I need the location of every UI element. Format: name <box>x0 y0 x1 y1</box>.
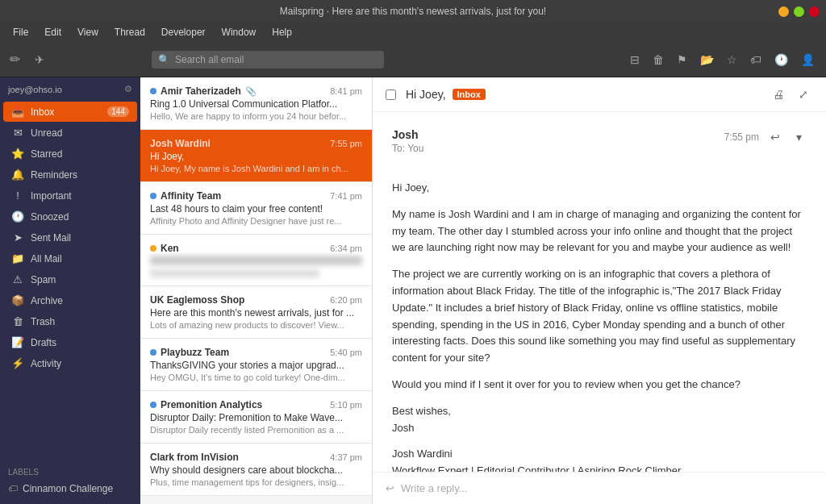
search-bar[interactable]: 🔍 <box>152 51 384 69</box>
move-toolbar-button[interactable]: 📂 <box>695 50 719 69</box>
menu-file[interactable]: File <box>6 25 35 40</box>
sidebar-item-sent[interactable]: ➤ Sent Mail <box>3 227 137 248</box>
body-line-5: Best wishes,Josh <box>392 403 807 437</box>
menu-help[interactable]: Help <box>265 25 298 40</box>
email-item[interactable]: Ken 6:34 pm <box>140 235 372 286</box>
menu-bar: File Edit View Thread Developer Window H… <box>0 23 826 42</box>
sidebar-label-unread: Unread <box>31 127 62 139</box>
email-item[interactable]: Amir Taherizadeh 📎 8:41 pm Ring 1.0 Univ… <box>140 77 372 130</box>
email-select-checkbox[interactable] <box>386 90 396 100</box>
spam-icon: ⚠ <box>11 273 24 285</box>
reply-button[interactable]: ↩ <box>766 128 785 146</box>
maximize-button[interactable] <box>794 6 804 17</box>
menu-view[interactable]: View <box>71 25 105 40</box>
email-time: 7:41 pm <box>330 191 362 201</box>
activity-icon: ⚡ <box>11 357 24 369</box>
inbox-icon: 📥 <box>11 106 24 118</box>
email-time: 4:37 pm <box>330 452 362 462</box>
sidebar-label-spam: Spam <box>31 274 56 285</box>
search-icon: 🔍 <box>158 54 170 65</box>
sidebar-label-snoozed: Snoozed <box>31 211 69 223</box>
sidebar-label-all-mail: All Mail <box>31 253 62 264</box>
body-line-1: Hi Joey, <box>392 180 807 197</box>
sidebar-label-activity: Activity <box>31 358 61 369</box>
print-button[interactable]: 🖨 <box>768 85 789 103</box>
account-toolbar-button[interactable]: 👤 <box>796 50 820 69</box>
sidebar-item-trash[interactable]: 🗑 Trash <box>3 311 137 331</box>
email-item[interactable]: UK Eaglemoss Shop 6:20 pm Here are this … <box>140 286 372 339</box>
minimize-button[interactable] <box>778 6 789 17</box>
email-sender: Ken <box>150 243 179 254</box>
trash-toolbar-button[interactable]: 🗑 <box>648 50 669 69</box>
sidebar-item-all-mail[interactable]: 📁 All Mail <box>3 248 137 269</box>
toolbar-right: ⊟ 🗑 ⚑ 📂 ☆ 🏷 🕐 👤 <box>625 50 820 69</box>
reminders-icon: 🔔 <box>11 169 24 181</box>
sidebar-item-inbox[interactable]: 📥 Inbox 144 <box>3 102 137 122</box>
search-input[interactable] <box>175 54 378 65</box>
archive-icon: 📦 <box>11 294 24 306</box>
email-subject: Last 48 hours to claim your free content… <box>150 203 362 215</box>
menu-developer[interactable]: Developer <box>155 25 212 40</box>
popout-button[interactable]: ⤢ <box>794 85 813 103</box>
email-item[interactable]: Clark from InVision 4:37 pm Why should d… <box>140 444 372 496</box>
inbox-badge: 144 <box>107 106 129 117</box>
sidebar-label-sent: Sent Mail <box>31 232 71 244</box>
toolbar: ✏ ✈ 🔍 ⊟ 🗑 ⚑ 📂 ☆ 🏷 🕐 👤 <box>0 42 826 77</box>
account-settings-icon[interactable]: ⚙ <box>124 84 132 94</box>
label-toolbar-button[interactable]: 🏷 <box>745 50 766 69</box>
sidebar-nav: 📥 Inbox 144 ✉ Unread ⭐ Starred 🔔 Reminde… <box>0 101 140 461</box>
unread-indicator <box>150 88 156 94</box>
sidebar-item-spam[interactable]: ⚠ Spam <box>3 269 137 289</box>
email-sender: UK Eaglemoss Shop <box>150 294 244 306</box>
body-line-2: My name is Josh Wardini and I am in char… <box>392 206 807 256</box>
email-meta-time: 7:55 pm <box>724 131 759 143</box>
email-sender: Clark from InVision <box>150 452 239 463</box>
email-subject: Why should designers care about blockcha… <box>150 464 362 476</box>
archive-toolbar-button[interactable]: ⊟ <box>625 50 645 69</box>
email-item[interactable]: Affinity Team 7:41 pm Last 48 hours to c… <box>140 182 372 235</box>
unread-indicator <box>150 193 156 199</box>
sidebar-label-starred: Starred <box>31 148 62 160</box>
reply-icon: ↩ <box>386 482 394 494</box>
sidebar-label-trash: Trash <box>31 316 55 327</box>
sidebar: joey@ohso.io ⚙ 📥 Inbox 144 ✉ Unread ⭐ St… <box>0 77 140 504</box>
email-item[interactable]: Josh Wardini 7:55 pm Hi Joey, Hi Joey, M… <box>140 130 372 182</box>
sidebar-item-reminders[interactable]: 🔔 Reminders <box>3 165 137 185</box>
sidebar-item-drafts[interactable]: 📝 Drafts <box>3 332 137 352</box>
sent-icon: ➤ <box>11 231 24 244</box>
email-subject: Here are this month's newest arrivals, j… <box>150 307 362 319</box>
email-time: 5:10 pm <box>330 400 362 410</box>
sidebar-item-snoozed[interactable]: 🕐 Snoozed <box>3 206 137 227</box>
sidebar-item-activity[interactable]: ⚡ Activity <box>3 353 137 373</box>
sidebar-label-important: Important <box>31 190 72 202</box>
label-name-cinnamon: Cinnamon Challenge <box>23 483 113 494</box>
compose-button[interactable]: ✏ <box>6 48 23 70</box>
snoozed-icon: 🕐 <box>11 210 24 223</box>
email-item[interactable]: Premonition Analytics 5:10 pm Disruptor … <box>140 391 372 444</box>
star-toolbar-button[interactable]: ☆ <box>722 50 742 69</box>
email-item[interactable]: Playbuzz Team 5:40 pm ThanksGIVING your … <box>140 339 372 391</box>
close-button[interactable] <box>809 6 820 17</box>
sidebar-item-starred[interactable]: ⭐ Starred <box>3 144 137 164</box>
starred-icon: ⭐ <box>11 148 24 160</box>
email-view: Hi Joey, Inbox 🖨 ⤢ Josh To: You 7:55 pm … <box>373 77 826 504</box>
reply-footer[interactable]: ↩ Write a reply... <box>373 472 826 504</box>
body-line-6: Josh WardiniWorkflow Expert | Editorial … <box>392 446 807 472</box>
email-greeting: Hi Joey, <box>406 88 446 101</box>
email-time: 6:20 pm <box>330 295 362 305</box>
email-from: Josh <box>392 128 423 141</box>
sidebar-item-archive[interactable]: 📦 Archive <box>3 290 137 310</box>
email-to: To: You <box>392 143 423 154</box>
flag-toolbar-button[interactable]: ⚑ <box>672 50 692 69</box>
email-time: 5:40 pm <box>330 348 362 357</box>
snooze-toolbar-button[interactable]: 🕐 <box>770 50 793 69</box>
sidebar-item-important[interactable]: ! Important <box>3 185 137 206</box>
menu-edit[interactable]: Edit <box>38 25 68 40</box>
sidebar-item-unread[interactable]: ✉ Unread <box>3 123 137 143</box>
label-item-cinnamon[interactable]: 🏷 Cinnamon Challenge <box>8 480 132 498</box>
menu-thread[interactable]: Thread <box>108 25 152 40</box>
body-line-4: Would you mind if I sent it over for you… <box>392 377 807 394</box>
more-actions-button[interactable]: ▾ <box>791 128 807 146</box>
menu-window[interactable]: Window <box>215 25 263 40</box>
nav-back-button[interactable]: ✈ <box>30 50 49 69</box>
